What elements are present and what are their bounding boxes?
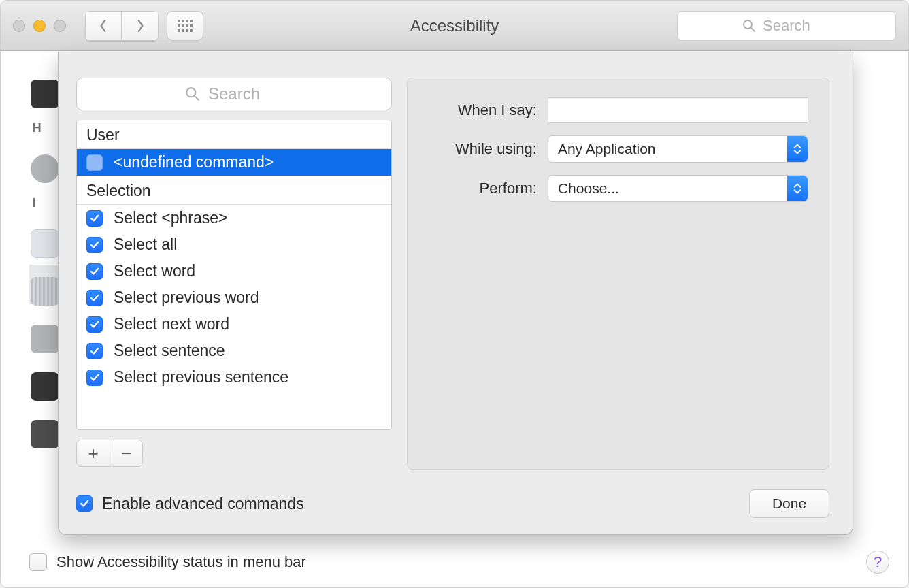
- list-item[interactable]: Select next word: [77, 311, 391, 338]
- list-item-label: Select previous word: [114, 289, 259, 307]
- list-item-label: Select <phrase>: [114, 209, 228, 227]
- list-item-label: Select word: [114, 262, 195, 280]
- add-button[interactable]: +: [77, 440, 110, 466]
- back-button[interactable]: [85, 11, 122, 41]
- svg-rect-0: [178, 20, 180, 22]
- forward-button[interactable]: [122, 11, 159, 41]
- svg-rect-5: [182, 24, 184, 27]
- status-label: Show Accessibility status in menu bar: [56, 553, 306, 571]
- perform-value: Choose...: [558, 180, 619, 197]
- show-all-button[interactable]: [167, 11, 203, 41]
- help-icon: ?: [874, 553, 882, 571]
- svg-rect-1: [182, 20, 184, 22]
- commands-left-column: User <undefined command> Selection Selec…: [76, 78, 392, 467]
- list-item[interactable]: Select previous word: [77, 284, 391, 311]
- list-item[interactable]: Select sentence: [77, 338, 391, 364]
- svg-line-15: [195, 96, 199, 100]
- svg-rect-6: [186, 24, 188, 27]
- checkbox[interactable]: [86, 290, 103, 306]
- checkbox[interactable]: [86, 154, 103, 171]
- checkbox[interactable]: [86, 370, 103, 386]
- perform-popup[interactable]: Choose...: [548, 175, 808, 202]
- help-button[interactable]: ?: [866, 551, 889, 574]
- popup-arrows-icon: [787, 176, 808, 201]
- while-using-popup[interactable]: Any Application: [548, 135, 808, 163]
- list-item-label: Select all: [114, 235, 177, 254]
- sheet-bottom-bar: Enable advanced commands Done: [76, 489, 829, 518]
- checkbox[interactable]: [86, 316, 103, 333]
- when-i-say-field[interactable]: [548, 97, 808, 123]
- chevron-left-icon: [97, 20, 110, 32]
- search-icon: [185, 86, 200, 101]
- grid-icon: [178, 20, 193, 32]
- dictation-commands-sheet: User <undefined command> Selection Selec…: [58, 52, 853, 535]
- checkbox[interactable]: [86, 210, 103, 227]
- window-minimize-button[interactable]: [33, 20, 46, 32]
- status-checkbox[interactable]: [29, 553, 47, 571]
- list-item[interactable]: Select <phrase>: [77, 205, 391, 231]
- list-item[interactable]: Select word: [77, 258, 391, 284]
- window-zoom-button[interactable]: [54, 20, 66, 32]
- sidebar-icon[interactable]: [31, 277, 59, 306]
- svg-line-13: [751, 28, 755, 31]
- svg-rect-11: [190, 29, 193, 32]
- svg-rect-4: [178, 24, 180, 27]
- enable-advanced-checkbox[interactable]: [76, 495, 93, 512]
- svg-rect-7: [190, 24, 193, 27]
- list-item-label: Select sentence: [114, 342, 225, 360]
- when-i-say-label: When I say:: [428, 101, 537, 119]
- sidebar-icon[interactable]: [31, 229, 59, 258]
- checkbox[interactable]: [86, 237, 103, 253]
- traffic-lights: [13, 20, 66, 32]
- window-close-button[interactable]: [13, 20, 25, 32]
- list-item[interactable]: <undefined command>: [77, 149, 391, 176]
- chevron-right-icon: [134, 20, 146, 32]
- svg-rect-9: [182, 29, 184, 32]
- while-using-value: Any Application: [558, 141, 656, 157]
- remove-button[interactable]: −: [110, 440, 142, 466]
- perform-label: Perform:: [428, 180, 537, 197]
- nav-buttons: [85, 11, 159, 41]
- sidebar-icon[interactable]: [31, 154, 59, 183]
- sidebar-icon[interactable]: [31, 420, 59, 448]
- done-button[interactable]: Done: [749, 489, 829, 518]
- svg-point-12: [744, 20, 752, 29]
- list-item[interactable]: Select all: [77, 231, 391, 258]
- commands-search-input[interactable]: [208, 84, 283, 103]
- while-using-label: While using:: [428, 140, 537, 158]
- checkbox[interactable]: [86, 263, 103, 280]
- commands-list[interactable]: User <undefined command> Selection Selec…: [76, 120, 392, 430]
- popup-arrows-icon: [787, 136, 808, 162]
- list-section-header: Selection: [77, 176, 391, 205]
- sidebar-icon[interactable]: [31, 80, 59, 108]
- command-detail-panel: When I say: While using: Any Application…: [407, 78, 829, 470]
- sidebar-icon[interactable]: [31, 325, 59, 353]
- svg-rect-3: [190, 20, 193, 22]
- commands-search[interactable]: [76, 78, 392, 110]
- svg-rect-10: [186, 29, 188, 32]
- search-icon: [742, 19, 756, 33]
- toolbar-search[interactable]: [677, 11, 896, 41]
- svg-point-14: [186, 88, 195, 97]
- sidebar-heading-fragment: H: [31, 120, 42, 135]
- svg-rect-8: [178, 29, 180, 32]
- add-remove-buttons: + −: [76, 440, 143, 467]
- status-in-menu-bar-row[interactable]: Show Accessibility status in menu bar: [29, 553, 306, 571]
- list-item-label: <undefined command>: [114, 153, 274, 172]
- accessibility-window: Accessibility H I: [0, 0, 909, 588]
- toolbar-search-input[interactable]: [763, 17, 831, 35]
- list-item[interactable]: Select previous sentence: [77, 364, 391, 391]
- list-section-header: User: [77, 120, 391, 149]
- svg-rect-2: [186, 20, 188, 22]
- enable-advanced-label: Enable advanced commands: [102, 495, 304, 513]
- titlebar: Accessibility: [1, 1, 908, 51]
- list-item-label: Select next word: [114, 315, 229, 333]
- list-item-label: Select previous sentence: [114, 368, 288, 387]
- enable-advanced-row[interactable]: Enable advanced commands: [76, 495, 304, 513]
- sidebar-icon[interactable]: [31, 372, 59, 401]
- checkbox[interactable]: [86, 343, 103, 359]
